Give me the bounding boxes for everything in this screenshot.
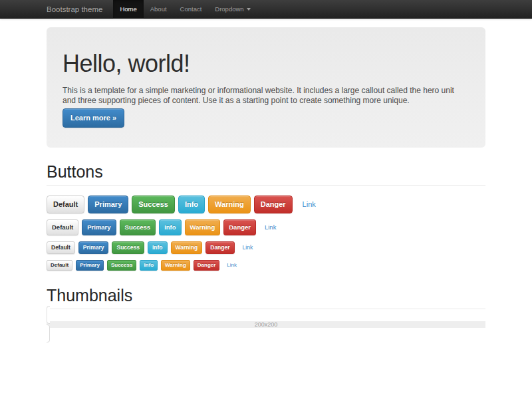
button-link-sm[interactable]: Link — [238, 241, 258, 254]
hero-unit: Hello, world! This is a template for a s… — [47, 27, 485, 148]
thumbnail-placeholder-image: 200x200 — [47, 321, 485, 328]
button-default-xs[interactable]: Default — [47, 260, 72, 271]
buttons-section: Buttons DefaultPrimarySuccessInfoWarning… — [47, 163, 485, 271]
button-row-lg: DefaultPrimarySuccessInfoWarningDangerLi… — [47, 196, 485, 213]
thumbnail-item[interactable]: 200x200 — [47, 306, 485, 342]
learn-more-button[interactable]: Learn more » — [63, 108, 124, 128]
button-danger-sm[interactable]: Danger — [205, 241, 234, 254]
button-warning-lg[interactable]: Warning — [208, 196, 251, 213]
button-info-md[interactable]: Info — [159, 219, 181, 235]
button-link-md[interactable]: Link — [259, 219, 281, 235]
button-row-xs: DefaultPrimarySuccessInfoWarningDangerLi… — [47, 259, 485, 271]
buttons-section-header: Buttons — [47, 163, 485, 186]
navbar-brand[interactable]: Bootstrap theme — [47, 0, 102, 18]
button-primary-md[interactable]: Primary — [82, 219, 116, 235]
button-default-sm[interactable]: Default — [47, 241, 75, 254]
button-success-xs[interactable]: Success — [107, 260, 136, 271]
caret-down-icon — [247, 8, 251, 11]
button-success-sm[interactable]: Success — [112, 241, 144, 254]
button-success-md[interactable]: Success — [120, 219, 156, 235]
button-info-lg[interactable]: Info — [178, 196, 205, 213]
button-row-md: DefaultPrimarySuccessInfoWarningDangerLi… — [47, 219, 485, 235]
button-danger-xs[interactable]: Danger — [194, 260, 220, 271]
button-default-lg[interactable]: Default — [47, 196, 84, 213]
thumbnails-section-title: Thumbnails — [47, 287, 485, 305]
buttons-section-title: Buttons — [47, 163, 485, 181]
button-link-lg[interactable]: Link — [296, 196, 323, 213]
navbar-nav: Home About Contact Dropdown — [113, 0, 257, 18]
navbar: Bootstrap theme Home About Contact Dropd… — [0, 0, 532, 19]
button-info-sm[interactable]: Info — [148, 241, 168, 254]
button-info-xs[interactable]: Info — [140, 260, 158, 271]
button-warning-xs[interactable]: Warning — [161, 260, 190, 271]
hero-description: This is a template for a simple marketin… — [63, 86, 467, 106]
nav-item-dropdown[interactable]: Dropdown — [208, 0, 257, 19]
button-primary-xs[interactable]: Primary — [76, 260, 104, 271]
thumbnails-section: Thumbnails 200x200 — [47, 287, 485, 340]
button-primary-lg[interactable]: Primary — [88, 196, 128, 213]
button-primary-sm[interactable]: Primary — [78, 241, 109, 254]
nav-item-about[interactable]: About — [144, 0, 174, 19]
button-success-lg[interactable]: Success — [132, 196, 175, 213]
button-default-md[interactable]: Default — [47, 219, 78, 235]
button-warning-sm[interactable]: Warning — [171, 241, 203, 254]
button-danger-md[interactable]: Danger — [223, 219, 256, 235]
button-danger-lg[interactable]: Danger — [254, 196, 293, 213]
button-link-xs[interactable]: Link — [223, 260, 241, 271]
button-row-sm: DefaultPrimarySuccessInfoWarningDangerLi… — [47, 241, 485, 254]
nav-item-home[interactable]: Home — [113, 0, 143, 19]
thumbnails-section-header: Thumbnails — [47, 287, 485, 309]
button-warning-md[interactable]: Warning — [185, 219, 221, 235]
button-rows: DefaultPrimarySuccessInfoWarningDangerLi… — [47, 196, 485, 271]
nav-item-dropdown-label: Dropdown — [215, 0, 243, 19]
hero-title: Hello, world! — [63, 51, 469, 76]
nav-item-contact[interactable]: Contact — [174, 0, 209, 19]
